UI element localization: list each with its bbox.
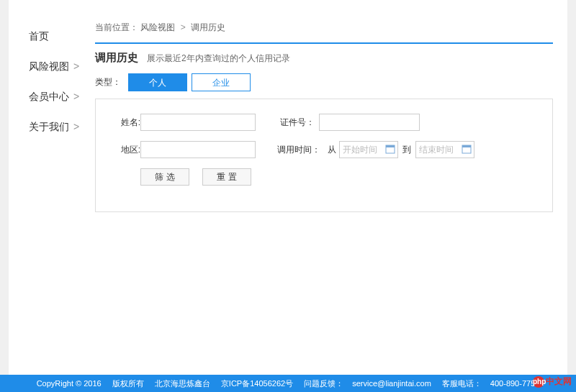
tab-label: 企业 (212, 78, 230, 88)
end-date-input[interactable] (415, 141, 474, 158)
sidebar-item-member-center[interactable]: 会员中心 > (9, 82, 95, 112)
sidebar-item-label: 会员中心 (29, 91, 69, 102)
sidebar-item-about-us[interactable]: 关于我们 > (9, 112, 95, 142)
idno-input[interactable] (319, 114, 420, 131)
time-label: 调用时间： (277, 144, 320, 156)
sidebar-item-home[interactable]: 首页 (9, 22, 95, 52)
sidebar-item-label: 首页 (29, 30, 49, 42)
page-title-row: 调用历史 展示最近2年内查询过的个人信用记录 (95, 42, 553, 65)
idno-label: 证件号： (277, 117, 315, 129)
filter-form: 姓名: 证件号： 地区: 调用时间： 从 到 (95, 99, 553, 212)
watermark: php中文网 (533, 375, 572, 388)
footer-feedback-label: 问题反馈： (304, 379, 343, 388)
name-label: 姓名: (109, 117, 140, 129)
breadcrumb-item[interactable]: 调用历史 (191, 22, 225, 32)
footer: CopyRight © 2016 版权所有 北京海思炼鑫台 京ICP备14056… (0, 375, 576, 392)
name-input[interactable] (140, 114, 256, 131)
footer-phone-label: 客服电话： (442, 379, 482, 388)
sidebar-item-label: 风险视图 (29, 60, 69, 72)
chevron-right-icon: > (71, 60, 79, 72)
region-label: 地区: (109, 144, 140, 156)
footer-rights: 版权所有 (112, 379, 144, 388)
to-text: 到 (402, 144, 411, 156)
footer-icp: 京ICP备14056262号 (221, 379, 293, 388)
filter-button[interactable]: 筛 选 (140, 168, 189, 186)
footer-feedback-email[interactable]: service@lianjintai.com (352, 379, 431, 388)
from-text: 从 (328, 144, 336, 156)
type-tabs: 类型： 个人 企业 (95, 73, 553, 91)
button-label: 重 置 (217, 172, 236, 182)
button-label: 筛 选 (155, 172, 174, 182)
tabs-label: 类型： (95, 76, 121, 88)
main-content: 当前位置： 风险视图 > 调用历史 调用历史 展示最近2年内查询过的个人信用记录… (95, 0, 567, 378)
page-subtitle: 展示最近2年内查询过的个人信用记录 (147, 53, 290, 65)
sidebar-item-risk-view[interactable]: 风险视图 > (9, 52, 95, 82)
tab-enterprise[interactable]: 企业 (192, 73, 251, 91)
region-input[interactable] (140, 141, 256, 158)
reset-button[interactable]: 重 置 (202, 168, 251, 186)
start-date-input[interactable] (339, 141, 398, 158)
chevron-right-icon: > (71, 91, 79, 102)
footer-copyright: CopyRight © 2016 (37, 379, 102, 388)
sidebar: 首页 风险视图 > 会员中心 > 关于我们 > (9, 0, 95, 378)
tab-label: 个人 (149, 78, 166, 88)
footer-company: 北京海思炼鑫台 (155, 379, 210, 388)
breadcrumb-prefix: 当前位置： (95, 22, 138, 32)
breadcrumb-item[interactable]: 风险视图 (140, 22, 175, 32)
breadcrumb-sep: > (181, 22, 186, 32)
watermark-badge: php (533, 376, 544, 388)
watermark-text: 中文网 (546, 376, 572, 386)
breadcrumb: 当前位置： 风险视图 > 调用历史 (95, 22, 553, 40)
page-title: 调用历史 (95, 51, 138, 65)
tab-personal[interactable]: 个人 (128, 73, 187, 91)
chevron-right-icon: > (71, 121, 79, 132)
sidebar-item-label: 关于我们 (29, 121, 69, 132)
